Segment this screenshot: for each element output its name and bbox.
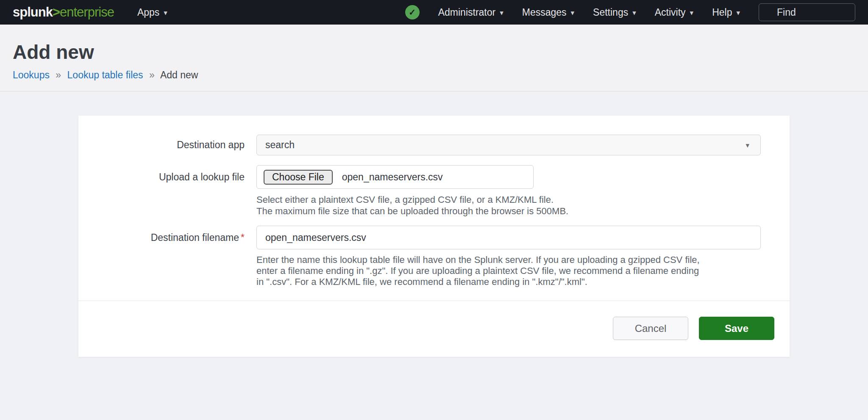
- help-menu-label: Help: [712, 7, 732, 18]
- page-header: Add new Lookups » Lookup table files » A…: [0, 25, 868, 91]
- upload-file-label: Upload a lookup file: [78, 165, 256, 217]
- activity-menu-label: Activity: [655, 7, 686, 18]
- messages-menu-label: Messages: [522, 7, 567, 18]
- administrator-menu-label: Administrator: [438, 7, 495, 18]
- filename-help-text: Enter the name this lookup table file wi…: [256, 254, 761, 287]
- logo-separator: >: [53, 5, 60, 19]
- destination-app-control: search ▾: [256, 135, 761, 155]
- destination-filename-label: Destination filename*: [78, 226, 256, 287]
- breadcrumb-link-lookups[interactable]: Lookups: [13, 69, 50, 80]
- apps-menu-label: Apps: [137, 7, 159, 18]
- activity-menu[interactable]: Activity ▾: [655, 7, 693, 18]
- destination-app-row: Destination app search ▾: [78, 135, 790, 155]
- select-caret-icon: ▾: [746, 141, 749, 149]
- logo-brand: splunk: [13, 5, 53, 19]
- logo-product: enterprise: [60, 5, 114, 19]
- destination-app-select[interactable]: search ▾: [256, 135, 761, 155]
- save-button[interactable]: Save: [699, 317, 774, 340]
- find-search-input[interactable]: Find: [759, 3, 855, 21]
- destination-filename-control: Enter the name this lookup table file wi…: [256, 226, 761, 287]
- destination-app-value: search: [265, 139, 295, 151]
- chevron-down-icon: ▾: [164, 8, 167, 17]
- navbar-right-group: ✓ Administrator ▾ Messages ▾ Settings ▾ …: [405, 3, 855, 21]
- upload-help-line: Select either a plaintext CSV file, a gz…: [256, 194, 761, 205]
- filename-help-line: Enter the name this lookup table file wi…: [256, 254, 761, 265]
- status-ok-icon[interactable]: ✓: [405, 5, 420, 19]
- help-menu[interactable]: Help ▾: [712, 7, 740, 18]
- upload-help-text: Select either a plaintext CSV file, a gz…: [256, 194, 761, 217]
- filename-help-line: in ".csv". For a KMZ/KML file, we recomm…: [256, 276, 761, 287]
- settings-menu-label: Settings: [593, 7, 628, 18]
- top-navbar: splunk>enterprise Apps ▾ ✓ Administrator…: [0, 0, 868, 25]
- page-title: Add new: [13, 42, 855, 62]
- required-asterisk: *: [241, 232, 245, 243]
- main-content: Destination app search ▾ Upload a lookup…: [0, 116, 868, 357]
- breadcrumb-current: Add new: [160, 69, 198, 80]
- chevron-down-icon: ▾: [690, 8, 694, 17]
- add-new-form-card: Destination app search ▾ Upload a lookup…: [78, 116, 790, 357]
- breadcrumb: Lookups » Lookup table files » Add new: [13, 69, 855, 91]
- breadcrumb-link-lookup-table-files[interactable]: Lookup table files: [67, 69, 143, 80]
- upload-file-row: Upload a lookup file Choose File open_na…: [78, 165, 790, 217]
- upload-help-line: The maximum file size that can be upload…: [256, 205, 761, 217]
- chevron-down-icon: ▾: [571, 8, 575, 17]
- breadcrumb-separator: »: [149, 69, 155, 80]
- splunk-app: splunk>enterprise Apps ▾ ✓ Administrator…: [0, 0, 868, 420]
- chevron-down-icon: ▾: [736, 8, 740, 17]
- splunk-logo[interactable]: splunk>enterprise: [13, 5, 114, 20]
- administrator-menu[interactable]: Administrator ▾: [438, 7, 504, 18]
- file-input[interactable]: Choose File open_nameservers.csv: [256, 165, 534, 189]
- destination-filename-row: Destination filename* Enter the name thi…: [78, 226, 790, 287]
- filename-help-line: enter a filename ending in ".gz". If you…: [256, 265, 761, 276]
- messages-menu[interactable]: Messages ▾: [522, 7, 574, 18]
- selected-file-name: open_nameservers.csv: [342, 171, 443, 183]
- chevron-down-icon: ▾: [500, 8, 504, 17]
- destination-filename-label-text: Destination filename: [151, 232, 239, 243]
- choose-file-button[interactable]: Choose File: [264, 170, 333, 185]
- cancel-button[interactable]: Cancel: [613, 317, 688, 340]
- form-body: Destination app search ▾ Upload a lookup…: [78, 116, 790, 301]
- upload-file-control: Choose File open_nameservers.csv Select …: [256, 165, 761, 217]
- destination-filename-input[interactable]: [256, 226, 761, 249]
- chevron-down-icon: ▾: [632, 8, 636, 17]
- destination-app-label: Destination app: [78, 135, 256, 155]
- apps-menu[interactable]: Apps ▾: [137, 7, 167, 18]
- header-divider: [0, 91, 868, 91]
- breadcrumb-separator: »: [56, 69, 61, 80]
- settings-menu[interactable]: Settings ▾: [593, 7, 636, 18]
- form-actions: Cancel Save: [78, 301, 790, 357]
